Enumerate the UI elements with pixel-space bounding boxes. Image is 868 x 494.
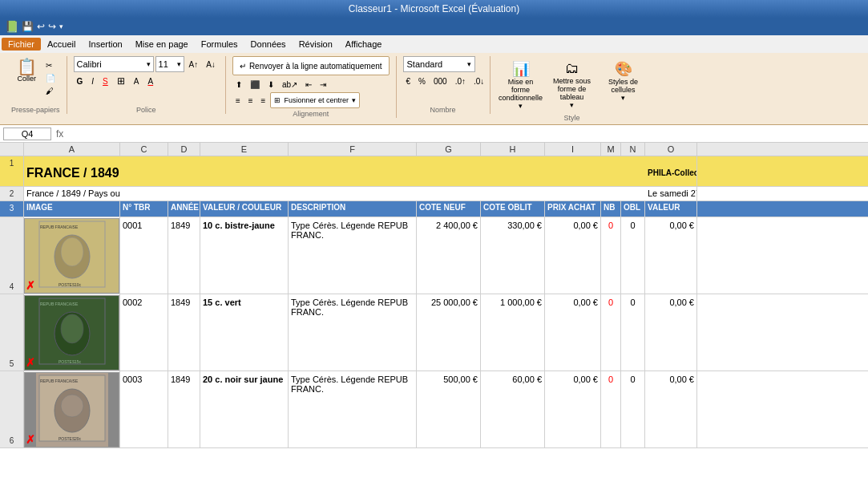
conditional-icon: 📊	[512, 60, 530, 78]
font-size-selector[interactable]: 11 ▾	[155, 56, 184, 72]
cell-6i[interactable]: 0,00 €	[545, 371, 601, 447]
number-format-selector[interactable]: Standard ▾	[403, 56, 475, 72]
menu-affichage[interactable]: Affichage	[339, 38, 389, 51]
col-header-f[interactable]: F	[289, 143, 417, 156]
col-header-e[interactable]: E	[200, 143, 289, 156]
cell-4i[interactable]: 0,00 €	[545, 217, 601, 294]
save-icon[interactable]: 💾	[22, 21, 34, 32]
cell-5c[interactable]: 0002	[120, 294, 168, 370]
cell-4k[interactable]: 0	[621, 217, 645, 294]
menu-insertion[interactable]: Insertion	[82, 38, 128, 51]
cell-5i[interactable]: 0,00 €	[545, 294, 601, 370]
menu-donnees[interactable]: Données	[244, 38, 293, 51]
menu-accueil[interactable]: Accueil	[41, 38, 82, 51]
copy-button[interactable]: 📄	[42, 72, 59, 84]
bold-button[interactable]: G	[74, 75, 87, 87]
menu-mise-en-page[interactable]: Mise en page	[129, 38, 195, 51]
underline-button[interactable]: S	[99, 75, 111, 87]
col-header-d[interactable]: D	[168, 143, 200, 156]
cell-styles-button[interactable]: 🎨 Styles de cellules ▾	[600, 58, 648, 104]
redo-icon[interactable]: ↪	[48, 21, 56, 32]
cell-5j[interactable]: 0	[601, 294, 621, 370]
font-color-button[interactable]: A	[144, 75, 156, 87]
cell-5l[interactable]: 0,00 €	[645, 294, 697, 370]
decrease-font-button[interactable]: A↓	[203, 59, 219, 71]
font-name-selector[interactable]: Calibri ▾	[74, 56, 154, 72]
cell-4l[interactable]: 0,00 €	[645, 217, 697, 294]
undo-icon[interactable]: ↩	[37, 21, 45, 32]
cell-reference[interactable]: Q4	[3, 128, 51, 140]
col-header-h[interactable]: H	[481, 143, 545, 156]
col-header-g[interactable]: G	[417, 143, 481, 156]
cell-5h[interactable]: 1 000,00 €	[481, 294, 545, 370]
currency-button[interactable]: €	[403, 75, 414, 87]
cell-5d[interactable]: 1849	[168, 294, 200, 370]
dropdown-icon[interactable]: ▾	[59, 22, 63, 30]
conditional-format-button[interactable]: 📊 Mise en forme conditionnelle ▾	[497, 58, 545, 112]
indent-decrease-button[interactable]: ⇤	[302, 79, 315, 91]
orientation-button[interactable]: ab↗	[279, 79, 301, 91]
align-right-button[interactable]: ≡	[258, 95, 269, 107]
x-mark-5: ✗	[26, 356, 35, 369]
formula-input[interactable]	[68, 129, 865, 139]
col-header-n[interactable]: N	[621, 143, 645, 156]
increase-decimal-button[interactable]: .0↑	[452, 75, 469, 87]
cell-4c[interactable]: 0001	[120, 217, 168, 294]
italic-button[interactable]: I	[88, 75, 97, 87]
cell-4a[interactable]: REPUB FRANCAISE POSTES 10c ✗	[24, 217, 120, 294]
cell-5f[interactable]: Type Cérès. Légende REPUB FRANC.	[289, 294, 417, 370]
col-header-a[interactable]: A	[24, 143, 120, 156]
cell-6a[interactable]: REPUB FRANCAISE POSTES 20c ✗	[24, 371, 120, 447]
cell-4g[interactable]: 2 400,00 €	[417, 217, 481, 294]
fill-color-button[interactable]: A	[131, 75, 143, 87]
cell-6h[interactable]: 60,00 €	[481, 371, 545, 447]
cell-1l[interactable]: PHILA-Collector x64 - v 6.1.12.0 👁	[645, 156, 697, 186]
wrap-text-button[interactable]: ↵ Renvoyer à la ligne automatiquement	[232, 56, 390, 75]
align-center-button[interactable]: ≡	[245, 95, 256, 107]
cell-5k[interactable]: 0	[621, 294, 645, 370]
indent-increase-button[interactable]: ⇥	[317, 79, 329, 91]
col-header-m[interactable]: M	[601, 143, 621, 156]
comma-button[interactable]: 000	[430, 75, 450, 87]
cell-4d[interactable]: 1849	[168, 217, 200, 294]
col-header-o[interactable]: O	[645, 143, 697, 156]
cell-4j[interactable]: 0	[601, 217, 621, 294]
cell-6g[interactable]: 500,00 €	[417, 371, 481, 447]
percent-button[interactable]: %	[415, 75, 429, 87]
align-bottom-button[interactable]: ⬇	[264, 79, 277, 91]
merge-center-button[interactable]: ⊞ Fusionner et centrer ▾	[270, 92, 360, 108]
menu-fichier[interactable]: Fichier	[2, 38, 41, 51]
align-top-button[interactable]: ⬆	[232, 79, 245, 91]
cell-5a[interactable]: REPUB FRANCAISE POSTES 15c ✗	[24, 294, 120, 370]
border-button[interactable]: ⊞	[114, 74, 128, 88]
menu-formules[interactable]: Formules	[195, 38, 244, 51]
cut-button[interactable]: ✂	[42, 59, 59, 71]
col-header-c[interactable]: C	[120, 143, 168, 156]
cell-4h[interactable]: 330,00 €	[481, 217, 545, 294]
cell-4e[interactable]: 10 c. bistre-jaune	[200, 217, 289, 294]
cell-6k[interactable]: 0	[621, 371, 645, 447]
cell-5e[interactable]: 15 c. vert	[200, 294, 289, 370]
cell-5g[interactable]: 25 000,00 €	[417, 294, 481, 370]
cell-6e[interactable]: 20 c. noir sur jaune	[200, 371, 289, 447]
decrease-decimal-button[interactable]: .0↓	[470, 75, 487, 87]
cell-2a[interactable]: France / 1849 / Pays ou Thématique par A…	[24, 187, 120, 200]
cell-1a[interactable]: FRANCE / 1849 (x9)	[24, 156, 120, 186]
cell-4f[interactable]: Type Cérès. Légende REPUB FRANC.	[289, 217, 417, 294]
row-num-4: 4	[0, 217, 24, 294]
paste-icon: 📋	[17, 59, 37, 75]
increase-font-button[interactable]: A↑	[186, 59, 202, 71]
align-left-button[interactable]: ≡	[232, 95, 244, 107]
col-header-i[interactable]: I	[545, 143, 601, 156]
cell-6l[interactable]: 0,00 €	[645, 371, 697, 447]
cell-6d[interactable]: 1849	[168, 371, 200, 447]
cell-6f[interactable]: Type Cérès. Légende REPUB FRANC.	[289, 371, 417, 447]
menu-revision[interactable]: Révision	[293, 38, 339, 51]
paste-button[interactable]: 📋 Coller	[13, 56, 41, 85]
align-middle-button[interactable]: ⬛	[247, 79, 263, 91]
cell-6j[interactable]: 0	[601, 371, 621, 447]
cell-6c[interactable]: 0003	[120, 371, 168, 447]
svg-point-4	[61, 237, 83, 266]
table-format-button[interactable]: 🗂 Mettre sous forme de tableau ▾	[548, 58, 596, 111]
format-painter-button[interactable]: 🖌	[42, 85, 59, 97]
